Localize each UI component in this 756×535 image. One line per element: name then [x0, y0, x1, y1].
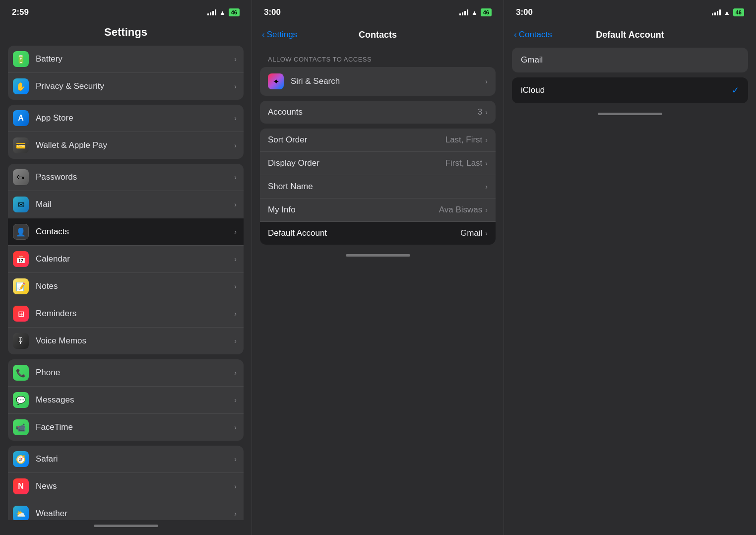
contacts-label-accounts: Accounts: [268, 107, 478, 117]
chevron-icon: ›: [485, 159, 488, 167]
status-bar-3: 3:00 ▲ 46: [504, 0, 756, 22]
settings-group-2: A App Store › 💳 Wallet & Apple Pay ›: [8, 105, 244, 159]
item-label-phone: Phone: [36, 368, 234, 378]
page-title-settings: Settings: [0, 22, 252, 46]
wifi-icon: ▲: [724, 9, 730, 16]
chevron-icon: ›: [234, 455, 237, 463]
back-chevron-icon: ‹: [262, 30, 265, 40]
mail-icon: ✉: [13, 197, 29, 212]
contacts-value-defaultaccount: Gmail: [460, 228, 482, 238]
sidebar-item-wallet[interactable]: 💳 Wallet & Apple Pay ›: [8, 132, 244, 159]
signal-icon: [712, 9, 721, 15]
home-bar: [598, 113, 662, 115]
chevron-icon: ›: [485, 229, 488, 237]
reminders-icon: ⊞: [13, 306, 29, 322]
contacts-item-shortname[interactable]: Short Name ›: [260, 175, 496, 198]
item-label-weather: Weather: [36, 509, 234, 519]
back-button-contacts[interactable]: ‹ Settings: [262, 30, 297, 40]
chevron-icon: ›: [485, 183, 488, 191]
back-button-default[interactable]: ‹ Contacts: [514, 30, 552, 40]
item-label-messages: Messages: [36, 395, 234, 405]
settings-group-1: 🔋 Battery › ✋ Privacy & Security ›: [8, 46, 244, 100]
chevron-icon: ›: [234, 337, 237, 345]
phone-icon: 📞: [13, 365, 29, 381]
item-label-passwords: Passwords: [36, 172, 234, 182]
contacts-item-sortorder[interactable]: Sort Order Last, First ›: [260, 129, 496, 151]
settings-group-4: 📞 Phone › 💬 Messages › 📹 FaceTime ›: [8, 359, 244, 441]
safari-icon: 🧭: [13, 451, 29, 467]
chevron-icon: ›: [234, 228, 237, 236]
chevron-icon: ›: [485, 108, 488, 116]
calendar-icon: 📅: [13, 251, 29, 267]
privacy-icon: ✋: [13, 78, 29, 94]
contacts-title: Contacts: [359, 30, 397, 40]
contacts-item-siri[interactable]: ✦ Siri & Search ›: [260, 67, 496, 96]
contacts-value-accounts: 3: [478, 107, 482, 117]
chevron-icon: ›: [234, 173, 237, 181]
item-label-news: News: [36, 481, 234, 491]
account-group-gmail: Gmail: [512, 48, 748, 72]
sidebar-item-appstore[interactable]: A App Store ›: [8, 105, 244, 132]
sidebar-item-battery[interactable]: 🔋 Battery ›: [8, 46, 244, 72]
chevron-icon: ›: [234, 141, 237, 149]
chevron-icon: ›: [234, 55, 237, 63]
home-indicator-2: [252, 250, 504, 265]
back-label-contacts: Settings: [267, 30, 297, 40]
signal-icon: [459, 9, 468, 15]
sidebar-item-passwords[interactable]: 🗝 Passwords ›: [8, 164, 244, 191]
time-1: 2:59: [12, 7, 29, 17]
time-2: 3:00: [264, 7, 281, 17]
account-item-icloud[interactable]: iCloud ✓: [512, 77, 748, 103]
back-chevron-icon: ‹: [514, 30, 517, 40]
signal-icon: [207, 9, 216, 15]
sidebar-item-contacts[interactable]: 👤 Contacts ›: [8, 218, 244, 245]
sidebar-item-messages[interactable]: 💬 Messages ›: [8, 386, 244, 413]
item-label-calendar: Calendar: [36, 254, 234, 264]
wallet-icon: 💳: [13, 137, 29, 153]
battery-icon: 🔋: [13, 51, 29, 67]
chevron-icon: ›: [234, 82, 237, 90]
nav-header-contacts: ‹ Settings Contacts: [252, 22, 504, 48]
status-bar-2: 3:00 ▲ 46: [252, 0, 504, 22]
default-account-panel: 3:00 ▲ 46 ‹ Contacts Default Account Gma…: [504, 0, 756, 535]
home-bar: [94, 525, 158, 527]
sidebar-item-news[interactable]: N News ›: [8, 472, 244, 500]
sidebar-item-weather[interactable]: ⛅ Weather ›: [8, 500, 244, 520]
messages-icon: 💬: [13, 392, 29, 408]
siri-icon: ✦: [268, 73, 284, 89]
wifi-icon: ▲: [219, 9, 226, 16]
home-bar: [346, 254, 410, 257]
contacts-group-accounts: Accounts 3 ›: [260, 101, 496, 124]
time-3: 3:00: [516, 7, 533, 17]
sidebar-item-reminders[interactable]: ⊞ Reminders ›: [8, 300, 244, 327]
battery-status-icon: 46: [733, 8, 744, 16]
contacts-item-myinfo[interactable]: My Info Ava Biswas ›: [260, 198, 496, 221]
account-item-gmail[interactable]: Gmail: [512, 48, 748, 72]
sidebar-item-privacy[interactable]: ✋ Privacy & Security ›: [8, 72, 244, 100]
account-label-icloud: iCloud: [521, 85, 732, 95]
wifi-icon: ▲: [471, 9, 478, 16]
chevron-icon: ›: [485, 206, 488, 214]
checkmark-icon: ✓: [732, 85, 739, 96]
contacts-item-displayorder[interactable]: Display Order First, Last ›: [260, 151, 496, 175]
item-label-mail: Mail: [36, 200, 234, 209]
settings-group-3: 🗝 Passwords › ✉ Mail › 👤 Contacts ›: [8, 164, 244, 354]
sidebar-item-mail[interactable]: ✉ Mail ›: [8, 191, 244, 218]
default-account-title: Default Account: [596, 30, 664, 40]
chevron-icon: ›: [234, 310, 237, 318]
sidebar-item-facetime[interactable]: 📹 FaceTime ›: [8, 413, 244, 441]
chevron-icon: ›: [234, 114, 237, 122]
sidebar-item-notes[interactable]: 📝 Notes ›: [8, 272, 244, 300]
home-indicator-1: [0, 520, 252, 535]
status-icons-1: ▲ 46: [207, 8, 240, 16]
chevron-icon: ›: [234, 396, 237, 404]
contacts-item-accounts[interactable]: Accounts 3 ›: [260, 101, 496, 124]
chevron-icon: ›: [234, 510, 237, 518]
sidebar-item-phone[interactable]: 📞 Phone ›: [8, 359, 244, 386]
sidebar-item-calendar[interactable]: 📅 Calendar ›: [8, 245, 244, 272]
sidebar-item-voice[interactable]: 🎙 Voice Memos ›: [8, 327, 244, 354]
home-indicator-3: [504, 108, 756, 123]
contacts-item-defaultaccount[interactable]: Default Account Gmail ›: [260, 221, 496, 245]
battery-status-icon: 46: [229, 8, 240, 16]
sidebar-item-safari[interactable]: 🧭 Safari ›: [8, 446, 244, 472]
